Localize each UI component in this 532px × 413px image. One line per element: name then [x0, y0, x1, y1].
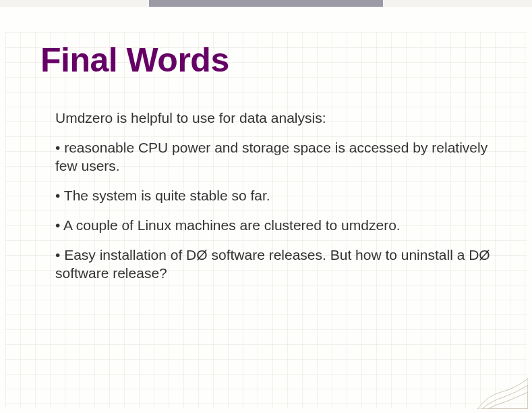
bullet-item: The system is quite stable so far.	[55, 187, 492, 204]
slide-body: Umdzero is helpful to use for data analy…	[55, 109, 492, 294]
bullet-item: A couple of Linux machines are clustered…	[55, 217, 492, 234]
top-accent-bar	[0, 0, 532, 7]
slide: Final Words Umdzero is helpful to use fo…	[0, 0, 532, 413]
page-curl-icon	[474, 362, 528, 409]
slide-title: Final Words	[40, 40, 229, 80]
bullet-item: Easy installation of DØ software release…	[55, 246, 492, 282]
bullet-item: reasonable CPU power and storage space i…	[55, 139, 492, 175]
intro-text: Umdzero is helpful to use for data analy…	[55, 109, 492, 127]
